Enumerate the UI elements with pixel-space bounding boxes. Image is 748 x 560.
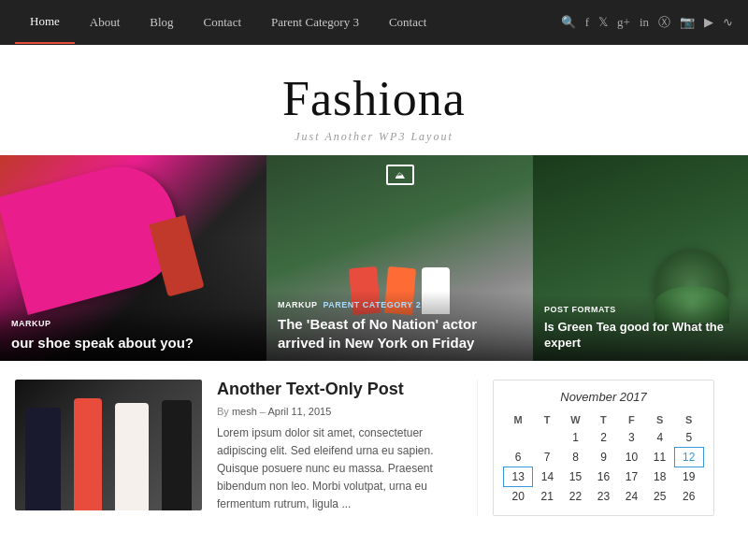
cal-th-w: W: [562, 411, 590, 428]
nav-blog[interactable]: Blog: [135, 2, 188, 43]
site-tagline: Just Another WP3 Layout: [0, 130, 748, 144]
pinterest-icon[interactable]: Ⓧ: [658, 14, 670, 31]
post-date: April 11, 2015: [267, 406, 331, 417]
nav-home[interactable]: Home: [15, 1, 75, 44]
post-title[interactable]: Another Text-Only Post: [217, 380, 462, 400]
navigation: Home About Blog Contact Parent Category …: [0, 0, 748, 45]
site-header: Fashiona Just Another WP3 Layout: [0, 45, 748, 155]
post-excerpt: Lorem ipsum dolor sit amet, consectetuer…: [217, 424, 462, 514]
slide-1-overlay: MARKUP our shoe speak about you?: [0, 309, 266, 362]
calendar-day[interactable]: 16: [589, 467, 617, 487]
calendar-day[interactable]: 8: [562, 448, 590, 467]
calendar-day[interactable]: 10: [617, 448, 645, 467]
calendar-day[interactable]: 19: [674, 467, 703, 487]
google-plus-icon[interactable]: g+: [617, 15, 630, 30]
figure-2: [74, 398, 102, 510]
hero-slide-3[interactable]: POST FORMATS Is Green Tea good for What …: [533, 155, 748, 361]
cal-th-m: M: [504, 411, 533, 428]
linkedin-icon[interactable]: in: [640, 15, 649, 30]
post-thumbnail[interactable]: [15, 380, 202, 510]
slide-2-tag-1: MARKUP: [278, 300, 318, 309]
slide-2-title: The 'Beast of No Nation' actor arrived i…: [278, 315, 522, 352]
calendar-day[interactable]: 13: [504, 467, 533, 487]
calendar-day[interactable]: 15: [562, 467, 590, 487]
search-icon[interactable]: 🔍: [561, 15, 576, 30]
calendar-day[interactable]: 18: [645, 467, 674, 487]
figure-3: [115, 403, 149, 510]
calendar-day[interactable]: 6: [504, 448, 533, 467]
calendar-day[interactable]: 20: [504, 487, 533, 507]
calendar-day[interactable]: 9: [589, 448, 617, 467]
slide-1-tag-1: MARKUP: [11, 319, 51, 328]
nav-contact[interactable]: Contact: [189, 2, 256, 43]
instagram-icon[interactable]: 📷: [680, 15, 695, 30]
calendar-day[interactable]: 22: [562, 487, 590, 507]
post-text: Another Text-Only Post By mesh – April 1…: [217, 380, 462, 516]
post-area: Another Text-Only Post By mesh – April 1…: [0, 380, 477, 516]
calendar-day[interactable]: 14: [533, 467, 562, 487]
facebook-icon[interactable]: f: [585, 15, 589, 30]
figure-4: [162, 400, 192, 510]
hero-slide-2[interactable]: MARKUP PARENT CATEGORY 2 The 'Beast of N…: [266, 155, 533, 361]
post-meta: By mesh – April 11, 2015: [217, 406, 462, 417]
calendar-day[interactable]: 2: [589, 428, 617, 448]
calendar-day[interactable]: 26: [674, 487, 703, 507]
calendar-day[interactable]: 1: [562, 428, 590, 448]
calendar-table: M T W T F S S 12345678910111213141516171…: [503, 411, 704, 506]
calendar-day[interactable]: 25: [645, 487, 674, 507]
calendar-day[interactable]: 21: [533, 487, 562, 507]
slide-2-overlay: MARKUP PARENT CATEGORY 2 The 'Beast of N…: [266, 291, 533, 361]
calendar-day[interactable]: 5: [674, 428, 703, 448]
twitter-icon[interactable]: 𝕏: [598, 15, 608, 30]
calendar-widget: November 2017 M T W T F S S 123456789101…: [493, 380, 714, 516]
slide-3-overlay: POST FORMATS Is Green Tea good for What …: [533, 295, 748, 361]
youtube-icon[interactable]: ▶: [704, 15, 713, 30]
cal-th-t2: T: [589, 411, 617, 428]
calendar-day[interactable]: 11: [645, 448, 674, 467]
image-icon: [386, 165, 414, 185]
nav-about[interactable]: About: [75, 2, 136, 43]
slide-3-title: Is Green Tea good for What the expert: [544, 320, 737, 352]
calendar-day: [533, 428, 562, 448]
site-title: Fashiona: [0, 71, 748, 126]
slide-1-title: our shoe speak about you?: [11, 334, 255, 352]
main-content: Another Text-Only Post By mesh – April 1…: [0, 361, 748, 516]
fashion-image: [15, 380, 202, 510]
calendar-month: November 2017: [503, 390, 704, 404]
cal-th-s2: S: [674, 411, 703, 428]
calendar-day[interactable]: 24: [617, 487, 645, 507]
nav-parent-cat[interactable]: Parent Category 3: [256, 2, 374, 43]
slide-3-tag-1: POST FORMATS: [544, 305, 616, 314]
sidebar: November 2017 M T W T F S S 123456789101…: [477, 380, 729, 516]
calendar-day[interactable]: 4: [645, 428, 674, 448]
calendar-day[interactable]: 3: [617, 428, 645, 448]
rss-icon[interactable]: ∿: [723, 15, 733, 30]
calendar-day[interactable]: 12: [674, 448, 703, 467]
slide-2-tag-2: PARENT CATEGORY 2: [324, 300, 422, 309]
hero-slider: MARKUP our shoe speak about you? MARKUP …: [0, 155, 748, 361]
figure-1: [25, 408, 61, 510]
cal-th-t1: T: [533, 411, 562, 428]
hero-slide-1[interactable]: MARKUP our shoe speak about you?: [0, 155, 266, 361]
cal-th-s1: S: [645, 411, 674, 428]
cal-th-f: F: [617, 411, 645, 428]
post-author: mesh: [232, 406, 257, 417]
calendar-day[interactable]: 7: [533, 448, 562, 467]
nav-links: Home About Blog Contact Parent Category …: [15, 1, 561, 44]
calendar-day[interactable]: 23: [589, 487, 617, 507]
nav-contact2[interactable]: Contact: [374, 2, 441, 43]
calendar-day[interactable]: 17: [617, 467, 645, 487]
calendar-day: [504, 428, 533, 448]
nav-social-icons: 🔍 f 𝕏 g+ in Ⓧ 📷 ▶ ∿: [561, 14, 733, 31]
